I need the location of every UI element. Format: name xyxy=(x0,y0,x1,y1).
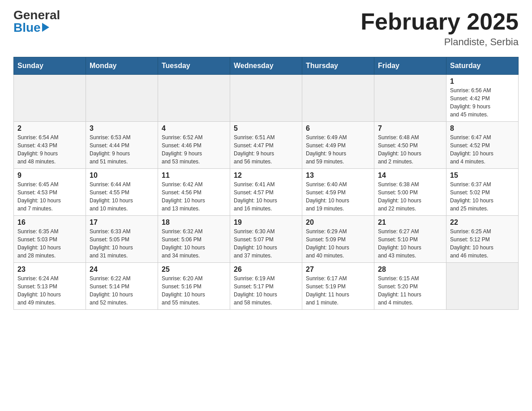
day-number: 28 xyxy=(378,265,442,274)
day-info: Sunrise: 6:32 AMSunset: 5:06 PMDaylight:… xyxy=(162,227,226,260)
day-number: 19 xyxy=(234,218,298,227)
day-info: Sunrise: 6:38 AMSunset: 5:00 PMDaylight:… xyxy=(378,180,442,213)
calendar-cell: 12Sunrise: 6:41 AMSunset: 4:57 PMDayligh… xyxy=(230,169,302,216)
calendar-cell: 13Sunrise: 6:40 AMSunset: 4:59 PMDayligh… xyxy=(302,169,374,216)
day-number: 17 xyxy=(90,218,154,227)
calendar-week-row: 2Sunrise: 6:54 AMSunset: 4:43 PMDaylight… xyxy=(14,122,519,169)
calendar-cell: 1Sunrise: 6:56 AMSunset: 4:42 PMDaylight… xyxy=(446,75,519,122)
calendar-cell: 22Sunrise: 6:25 AMSunset: 5:12 PMDayligh… xyxy=(446,216,519,263)
day-info: Sunrise: 6:42 AMSunset: 4:56 PMDaylight:… xyxy=(162,180,226,213)
calendar-cell: 6Sunrise: 6:49 AMSunset: 4:49 PMDaylight… xyxy=(302,122,374,169)
day-number: 5 xyxy=(234,124,298,133)
month-title: February 2025 xyxy=(360,9,519,34)
day-number: 3 xyxy=(90,124,154,133)
logo-general-text: General xyxy=(13,9,60,21)
calendar-cell: 24Sunrise: 6:22 AMSunset: 5:14 PMDayligh… xyxy=(86,263,158,310)
day-info: Sunrise: 6:35 AMSunset: 5:03 PMDaylight:… xyxy=(17,227,82,260)
day-number: 26 xyxy=(234,265,298,274)
day-info: Sunrise: 6:53 AMSunset: 4:44 PMDaylight:… xyxy=(90,133,154,166)
calendar-cell: 26Sunrise: 6:19 AMSunset: 5:17 PMDayligh… xyxy=(230,263,302,310)
calendar-cell xyxy=(374,75,446,122)
calendar-cell: 2Sunrise: 6:54 AMSunset: 4:43 PMDaylight… xyxy=(14,122,86,169)
calendar-cell: 25Sunrise: 6:20 AMSunset: 5:16 PMDayligh… xyxy=(158,263,230,310)
logo-blue-text: Blue xyxy=(13,21,41,34)
calendar-cell: 17Sunrise: 6:33 AMSunset: 5:05 PMDayligh… xyxy=(86,216,158,263)
location-text: Plandiste, Serbia xyxy=(360,36,519,48)
calendar-week-row: 23Sunrise: 6:24 AMSunset: 5:13 PMDayligh… xyxy=(14,263,519,310)
calendar-week-row: 1Sunrise: 6:56 AMSunset: 4:42 PMDaylight… xyxy=(14,75,519,122)
calendar-table: SundayMondayTuesdayWednesdayThursdayFrid… xyxy=(13,57,519,310)
day-info: Sunrise: 6:33 AMSunset: 5:05 PMDaylight:… xyxy=(90,227,154,260)
calendar-cell xyxy=(230,75,302,122)
calendar-cell: 9Sunrise: 6:45 AMSunset: 4:53 PMDaylight… xyxy=(14,169,86,216)
calendar-cell: 16Sunrise: 6:35 AMSunset: 5:03 PMDayligh… xyxy=(14,216,86,263)
day-number: 24 xyxy=(90,265,154,274)
day-info: Sunrise: 6:49 AMSunset: 4:49 PMDaylight:… xyxy=(306,133,370,166)
logo: General Blue xyxy=(13,9,60,34)
day-info: Sunrise: 6:27 AMSunset: 5:10 PMDaylight:… xyxy=(378,227,442,260)
day-info: Sunrise: 6:19 AMSunset: 5:17 PMDaylight:… xyxy=(234,274,298,307)
calendar-cell xyxy=(302,75,374,122)
column-header-sunday: Sunday xyxy=(14,57,86,75)
day-number: 15 xyxy=(450,171,515,180)
calendar-cell: 23Sunrise: 6:24 AMSunset: 5:13 PMDayligh… xyxy=(14,263,86,310)
day-info: Sunrise: 6:20 AMSunset: 5:16 PMDaylight:… xyxy=(162,274,226,307)
day-number: 9 xyxy=(17,171,82,180)
day-info: Sunrise: 6:54 AMSunset: 4:43 PMDaylight:… xyxy=(17,133,82,166)
day-info: Sunrise: 6:15 AMSunset: 5:20 PMDaylight:… xyxy=(378,274,442,307)
title-block: February 2025 Plandiste, Serbia xyxy=(360,9,519,48)
calendar-cell xyxy=(86,75,158,122)
day-info: Sunrise: 6:56 AMSunset: 4:42 PMDaylight:… xyxy=(450,86,515,119)
day-number: 14 xyxy=(378,171,442,180)
column-header-thursday: Thursday xyxy=(302,57,374,75)
column-header-saturday: Saturday xyxy=(446,57,519,75)
calendar-cell: 7Sunrise: 6:48 AMSunset: 4:50 PMDaylight… xyxy=(374,122,446,169)
day-info: Sunrise: 6:41 AMSunset: 4:57 PMDaylight:… xyxy=(234,180,298,213)
day-info: Sunrise: 6:51 AMSunset: 4:47 PMDaylight:… xyxy=(234,133,298,166)
page-header: General Blue February 2025 Plandiste, Se… xyxy=(13,9,519,48)
day-info: Sunrise: 6:22 AMSunset: 5:14 PMDaylight:… xyxy=(90,274,154,307)
day-info: Sunrise: 6:17 AMSunset: 5:19 PMDaylight:… xyxy=(306,274,370,307)
calendar-cell: 21Sunrise: 6:27 AMSunset: 5:10 PMDayligh… xyxy=(374,216,446,263)
calendar-cell: 5Sunrise: 6:51 AMSunset: 4:47 PMDaylight… xyxy=(230,122,302,169)
calendar-cell: 10Sunrise: 6:44 AMSunset: 4:55 PMDayligh… xyxy=(86,169,158,216)
day-number: 20 xyxy=(306,218,370,227)
day-number: 22 xyxy=(450,218,515,227)
calendar-cell: 14Sunrise: 6:38 AMSunset: 5:00 PMDayligh… xyxy=(374,169,446,216)
day-info: Sunrise: 6:30 AMSunset: 5:07 PMDaylight:… xyxy=(234,227,298,260)
day-number: 1 xyxy=(450,77,515,86)
calendar-cell: 20Sunrise: 6:29 AMSunset: 5:09 PMDayligh… xyxy=(302,216,374,263)
column-header-tuesday: Tuesday xyxy=(158,57,230,75)
calendar-cell xyxy=(158,75,230,122)
calendar-cell: 18Sunrise: 6:32 AMSunset: 5:06 PMDayligh… xyxy=(158,216,230,263)
day-number: 18 xyxy=(162,218,226,227)
day-info: Sunrise: 6:44 AMSunset: 4:55 PMDaylight:… xyxy=(90,180,154,213)
calendar-cell: 8Sunrise: 6:47 AMSunset: 4:52 PMDaylight… xyxy=(446,122,519,169)
day-number: 27 xyxy=(306,265,370,274)
column-header-friday: Friday xyxy=(374,57,446,75)
day-number: 10 xyxy=(90,171,154,180)
day-number: 23 xyxy=(17,265,82,274)
calendar-cell xyxy=(14,75,86,122)
day-number: 13 xyxy=(306,171,370,180)
day-number: 11 xyxy=(162,171,226,180)
column-header-monday: Monday xyxy=(86,57,158,75)
logo-arrow-icon xyxy=(42,23,49,32)
column-header-wednesday: Wednesday xyxy=(230,57,302,75)
calendar-header-row: SundayMondayTuesdayWednesdayThursdayFrid… xyxy=(14,57,519,75)
calendar-week-row: 9Sunrise: 6:45 AMSunset: 4:53 PMDaylight… xyxy=(14,169,519,216)
day-info: Sunrise: 6:25 AMSunset: 5:12 PMDaylight:… xyxy=(450,227,515,260)
day-info: Sunrise: 6:24 AMSunset: 5:13 PMDaylight:… xyxy=(17,274,82,307)
calendar-cell: 4Sunrise: 6:52 AMSunset: 4:46 PMDaylight… xyxy=(158,122,230,169)
day-number: 6 xyxy=(306,124,370,133)
day-number: 25 xyxy=(162,265,226,274)
day-number: 12 xyxy=(234,171,298,180)
day-number: 8 xyxy=(450,124,515,133)
day-info: Sunrise: 6:29 AMSunset: 5:09 PMDaylight:… xyxy=(306,227,370,260)
calendar-cell: 19Sunrise: 6:30 AMSunset: 5:07 PMDayligh… xyxy=(230,216,302,263)
calendar-cell: 15Sunrise: 6:37 AMSunset: 5:02 PMDayligh… xyxy=(446,169,519,216)
day-info: Sunrise: 6:40 AMSunset: 4:59 PMDaylight:… xyxy=(306,180,370,213)
calendar-week-row: 16Sunrise: 6:35 AMSunset: 5:03 PMDayligh… xyxy=(14,216,519,263)
day-info: Sunrise: 6:37 AMSunset: 5:02 PMDaylight:… xyxy=(450,180,515,213)
calendar-cell xyxy=(446,263,519,310)
